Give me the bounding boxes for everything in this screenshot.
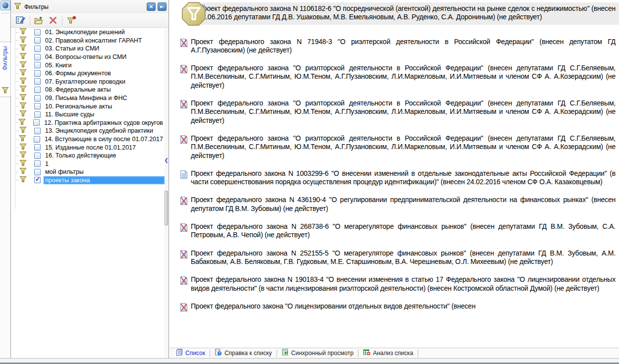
tree-guide-stub [16, 40, 19, 41]
filter-checkbox[interactable] [34, 136, 40, 143]
bottom-tab-4[interactable]: Анализ списка [358, 348, 417, 358]
document-list-item[interactable]: Проект федерального закона N 71948-3 "О … [169, 38, 619, 55]
delete-filter-button[interactable] [46, 14, 60, 26]
filter-checkbox[interactable] [34, 153, 41, 159]
document-item-text: Проект федерального закона N 436190-4 "О… [191, 196, 616, 213]
filter-tree-item[interactable]: 05. Книги [11, 61, 165, 69]
filter-checkbox[interactable] [34, 95, 41, 102]
filter-tree-item[interactable]: 08. Федеральные акты [11, 86, 165, 94]
tree-guide-stub [16, 147, 19, 148]
edit-filter-icon [16, 16, 26, 25]
filter-tree-item[interactable]: 16. Только действующие [11, 152, 165, 160]
filters-vertical-tab-label: Фильтры [1, 46, 8, 70]
filter-checkbox[interactable] [34, 62, 41, 68]
edit-filter-button[interactable] [14, 14, 28, 26]
filter-checkbox[interactable] [34, 103, 41, 109]
filter-label: 07. Бухгалтерские проводки [44, 78, 127, 86]
filter-checkbox[interactable] [34, 177, 41, 183]
document-list-item[interactable]: Проект федерального закона N 1106182-6 "… [169, 2, 619, 25]
document-item-highlight[interactable]: Проект федерального закона "О лицензиров… [169, 302, 619, 311]
dock-pin-button[interactable] [0, 0, 10, 10]
tree-scrollbar[interactable] [165, 28, 169, 358]
filter-tree-item[interactable]: 11. Высшие суды [11, 110, 165, 119]
document-item-highlight[interactable]: Проект федерального закона N 71948-3 "О … [169, 38, 619, 55]
document-inactive-icon [180, 135, 188, 144]
filter-funnel-icon-slot [19, 102, 27, 111]
filter-checkbox[interactable] [34, 54, 41, 60]
filter-checkbox[interactable] [34, 87, 41, 93]
filter-checkbox[interactable] [34, 46, 41, 52]
filter-tree-item[interactable]: 12. Практика арбитражных судов округов [11, 119, 165, 127]
filter-tree-item[interactable]: 15. Изданные после 01.01.2017 [11, 143, 165, 152]
filter-checkbox[interactable] [34, 29, 41, 36]
filters-vertical-tab[interactable]: Фильтры [0, 42, 11, 97]
document-list-item[interactable]: Проект федерального закона "О лицензиров… [169, 302, 619, 311]
filter-tree-item[interactable]: 06. Формы документов [11, 69, 165, 78]
dock-panel-button[interactable]: ⇤ [158, 2, 167, 11]
document-item-highlight[interactable]: Проект федерального закона N 268738-6 "О… [169, 222, 619, 240]
tree-guide-stub [16, 65, 19, 65]
document-item-highlight[interactable]: Проект федерального закона N 1003299-6 "… [169, 169, 619, 187]
document-item-text: Проект федерального закона "О лицензиров… [191, 302, 616, 311]
document-list-item[interactable]: Проект федерального закона "О риэлторско… [169, 64, 619, 90]
document-item-icon-slot [180, 135, 188, 146]
filter-checkbox[interactable] [34, 37, 41, 44]
bottom-tab-2[interactable]: ? Справка к списку [210, 348, 277, 358]
document-item-highlight[interactable]: Проект федерального закона N 1106182-6 "… [196, 2, 619, 25]
filter-tree-item[interactable]: мой фильтры [11, 168, 165, 176]
document-item-highlight[interactable]: Проект федерального закона N 436190-4 "О… [169, 196, 619, 213]
document-item-highlight[interactable]: Проект федерального закона "О риэлторско… [169, 99, 619, 125]
filter-checkbox[interactable] [34, 160, 41, 167]
filter-tree-item[interactable]: 03. Статьи из СМИ [11, 45, 165, 53]
document-item-highlight[interactable]: Проект федерального закона "О риэлторско… [169, 64, 619, 90]
filter-label: 14. Вступающие в силу после 01.07.2017 [43, 135, 165, 143]
tree-guide-stub [16, 114, 19, 115]
filter-checkbox[interactable] [34, 128, 41, 134]
document-list-item[interactable]: Проект федерального закона "О риэлторско… [169, 99, 619, 125]
document-list: Проект федерального закона N 1106182-6 "… [169, 0, 619, 348]
filter-tree-item[interactable]: 13. Энциклопедия судебной практики [11, 127, 165, 135]
filter-checkbox[interactable] [34, 111, 41, 118]
bottom-tab-3[interactable]: Синхронный просмотр [277, 348, 358, 358]
tree-guide-stub [16, 172, 19, 172]
filter-funnel-icon-slot [19, 143, 27, 152]
help-document-icon: ? [215, 349, 222, 356]
document-list-item[interactable]: Проект федерального закона N 268738-6 "О… [169, 222, 619, 240]
filter-checkbox[interactable] [34, 169, 41, 175]
filter-tree-item[interactable]: 09. Письма Минфина и ФНС [11, 94, 165, 103]
open-filter-button[interactable] [32, 14, 46, 26]
filter-tree-item[interactable]: 07. Бухгалтерские проводки [11, 78, 165, 86]
filter-checkbox[interactable] [33, 119, 40, 126]
filter-tree-item[interactable]: 04. Вопросы-ответы из СМИ [11, 53, 165, 61]
tree-scrollbar-thumb[interactable] [165, 191, 168, 225]
filter-tree-item[interactable]: 1 [11, 160, 165, 168]
splitter-collapse-arrow[interactable]: ❮ [165, 157, 169, 163]
filter-tree-item[interactable]: 01. Энциклопедии решений [11, 28, 165, 37]
filter-checkbox[interactable] [34, 78, 41, 85]
bottom-tab-1[interactable]: Список [171, 348, 210, 358]
filter-tree-item[interactable]: проекты закона [11, 176, 165, 185]
filter-checkbox[interactable] [34, 70, 41, 77]
filter-checkbox[interactable] [34, 144, 41, 151]
new-filter-button[interactable]: ✱ [64, 14, 78, 26]
svg-text:?: ? [219, 352, 221, 355]
svg-text:✱: ✱ [72, 16, 76, 20]
filter-tree-item[interactable]: 14. Вступающие в силу после 01.07.2017 [11, 135, 165, 144]
document-item-highlight[interactable]: Проект федерального закона "О риэлторско… [169, 134, 619, 160]
filter-tree-item[interactable]: 10. Региональные акты [11, 102, 165, 110]
filter-funnel-icon [19, 52, 27, 59]
document-list-item[interactable]: Проект федерального закона N 252155-5 "О… [169, 249, 619, 266]
document-list-item[interactable]: Проект федерального закона N 190183-4 "О… [169, 275, 619, 293]
filter-tree-item[interactable]: 02. Правовой консалтинг ГАРАНТ [11, 37, 165, 45]
document-item-highlight[interactable]: Проект федерального закона N 190183-4 "О… [169, 275, 619, 293]
filter-funnel-icon [19, 61, 27, 68]
document-list-item[interactable]: Проект федерального закона "О риэлторско… [169, 134, 619, 160]
document-list-item[interactable]: Проект федерального закона N 1003299-6 "… [169, 169, 619, 187]
filter-funnel-icon [19, 28, 27, 35]
filter-label: 15. Изданные после 01.01.2017 [44, 144, 137, 152]
filter-funnel-icon-slot [19, 44, 27, 53]
list-icon [176, 349, 183, 356]
close-panel-button[interactable]: ✕ [147, 2, 156, 11]
document-item-highlight[interactable]: Проект федерального закона N 252155-5 "О… [169, 249, 619, 266]
document-list-item[interactable]: Проект федерального закона N 436190-4 "О… [169, 196, 619, 213]
